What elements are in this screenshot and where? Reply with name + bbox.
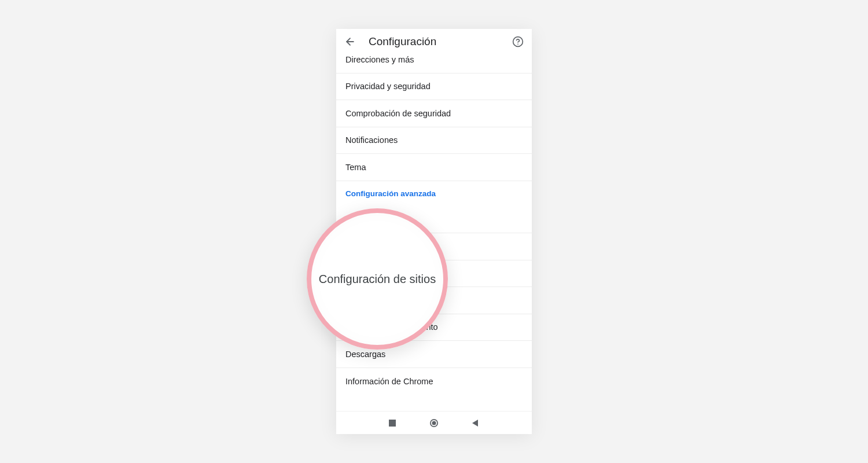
help-circle-icon: [512, 36, 524, 47]
circle-icon: [430, 418, 438, 428]
svg-rect-3: [389, 420, 396, 427]
back-button[interactable]: [343, 35, 357, 49]
settings-item-label: Descargas: [345, 350, 385, 359]
app-bar: Configuración: [336, 29, 532, 54]
triangle-left-icon: [472, 420, 479, 427]
section-header-advanced: Configuración avanzada: [336, 181, 532, 207]
android-nav-bar: [336, 411, 532, 434]
settings-item-label: Notificaciones: [345, 135, 398, 145]
settings-item-label: Comprobación de seguridad: [345, 109, 451, 118]
svg-marker-6: [472, 420, 478, 427]
square-icon: [389, 420, 396, 427]
magnifier-callout: Configuración de sitios: [307, 208, 448, 350]
page-title: Configuración: [369, 35, 511, 48]
settings-item-notifications[interactable]: Notificaciones: [336, 127, 532, 155]
settings-item-label: Direcciones y más: [345, 55, 414, 64]
settings-item-label: Tema: [345, 163, 366, 172]
help-button[interactable]: [511, 35, 525, 49]
magnifier-text: Configuración de sitios: [319, 273, 436, 286]
settings-item-privacy[interactable]: Privacidad y seguridad: [336, 74, 532, 101]
nav-recent-button[interactable]: [388, 419, 396, 427]
nav-back-button[interactable]: [472, 419, 480, 427]
nav-home-button[interactable]: [430, 419, 438, 427]
settings-item-label: Información de Chrome: [345, 377, 433, 386]
settings-item-safety-check[interactable]: Comprobación de seguridad: [336, 100, 532, 127]
arrow-left-icon: [344, 36, 356, 47]
svg-point-5: [432, 421, 436, 425]
settings-item-label: Privacidad y seguridad: [345, 82, 431, 91]
section-header-label: Configuración avanzada: [345, 189, 436, 198]
settings-item-addresses[interactable]: Direcciones y más: [336, 54, 532, 74]
settings-item-about-chrome[interactable]: Información de Chrome: [336, 368, 532, 395]
settings-item-theme[interactable]: Tema: [336, 154, 532, 181]
